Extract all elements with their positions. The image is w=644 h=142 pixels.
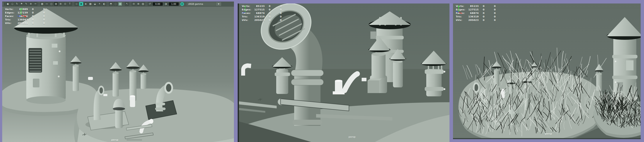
hud-stat-value: 85133	[466, 5, 478, 8]
hud-stat-value: 0	[478, 8, 489, 11]
hud-stat-value: 0	[275, 19, 287, 22]
toolbar-separator	[38, 2, 39, 6]
hud-stat-value: 0	[275, 12, 287, 15]
shadows-toggle-icon[interactable]: ◐	[102, 2, 106, 6]
isolate-select-icon[interactable]: ▥	[118, 2, 122, 6]
hud-stat-value: 0	[478, 12, 489, 15]
hud-stat-label: Faces:	[2, 15, 16, 18]
scene-left[interactable]	[2, 6, 234, 142]
viewport-panel-center: Verts:8513300Edges:12751500Faces:6887400…	[238, 3, 450, 142]
color-managed-icon[interactable]	[180, 2, 184, 6]
toolbar-separator	[130, 2, 130, 6]
hud-stat-value: 136043	[16, 19, 28, 21]
viewport-canvas-right[interactable]: Verts:8513300Edges:12751500Faces:6887400…	[453, 3, 641, 138]
view-transform-value: sRGB gamma	[186, 3, 216, 5]
hud-stat-label: Verts:	[2, 8, 16, 11]
hud-stat-value: 0	[478, 19, 489, 22]
hud-stat-label: Tris:	[239, 15, 252, 18]
hud-stat-value: 0	[264, 19, 275, 22]
view-bookmark-icon[interactable]: ⚑	[20, 2, 24, 6]
hud-stat-value: 136319	[466, 15, 478, 18]
hud-stat-value: 205023	[252, 19, 264, 22]
pvc-cylinder[interactable]	[130, 95, 135, 107]
hud-stat-value: 127515	[252, 8, 264, 11]
gamma-field[interactable]: 1.00	[169, 2, 179, 6]
screen-space-ao-icon[interactable]: ◓	[109, 2, 113, 6]
hud-stat-value: 0	[489, 5, 501, 8]
camera-orbit-icon[interactable]: ↻	[15, 2, 19, 6]
hud-stat-value: 0	[489, 12, 501, 15]
hud-stat-value: 0	[38, 8, 50, 11]
selection-highlight-icon[interactable]: ↖	[125, 2, 129, 6]
toolbar-separator	[146, 2, 146, 6]
lighting-toggle-icon[interactable]: ☀	[98, 2, 102, 6]
hud-stat-value: 0	[264, 15, 275, 18]
hud-stat-value: 0	[264, 5, 275, 8]
use-default-material-icon[interactable]: ◒	[93, 2, 97, 6]
viewport-canvas-center[interactable]: Verts:8513300Edges:12751500Faces:6887400…	[239, 3, 450, 142]
hud-stat-value: 127515	[466, 8, 478, 11]
textured-shade-icon[interactable]: ▩	[88, 2, 92, 6]
axis-gizmo: y x z	[17, 6, 28, 17]
exposure-field[interactable]: 0.00	[153, 2, 163, 6]
toolbar-drag-handle[interactable]	[3, 2, 4, 5]
hud-stat-value: 68874	[466, 12, 478, 15]
exposure-icon[interactable]: ↺	[148, 2, 152, 6]
hud-stat-value: 0	[28, 8, 38, 11]
hud-stat-label: Edges:	[2, 11, 16, 14]
viewport-canvas-left[interactable]: Verts:8498900Edges:12723900Faces:6873600…	[2, 6, 234, 142]
safe-action-icon[interactable]: ⊡	[63, 2, 67, 6]
hud-stat-label: Tris:	[453, 15, 466, 18]
pan-zoom-icon[interactable]: ⊕	[29, 2, 33, 6]
hud-stat-value: 205023	[466, 19, 478, 22]
annotate-pencil-icon[interactable]: ✑	[33, 2, 38, 6]
wireframe-shade-icon[interactable]: ◇	[74, 2, 79, 6]
hud-stat-value: 0	[28, 22, 38, 25]
camera-name-label: persp	[111, 139, 118, 141]
view-transform-dropdown[interactable]: sRGB gamma ▼	[186, 2, 222, 6]
field-chart-icon[interactable]: ⊞	[58, 2, 63, 6]
svg-text:y: y	[22, 8, 23, 10]
camera-lock-icon[interactable]: ◻	[10, 2, 14, 6]
grease-pencil-icon[interactable]: ✎	[24, 2, 28, 6]
chevron-down-icon: ▼	[216, 2, 221, 6]
hud-stat-value: 0	[489, 15, 501, 18]
camera-name-label: persp	[545, 133, 552, 135]
snapshot-paste-icon[interactable]: ⊠	[136, 2, 140, 6]
snapshot-copy-icon[interactable]: ⊟	[132, 2, 136, 6]
hud-stat-label: UVs:	[2, 22, 16, 25]
hud-stat-value: 0	[275, 8, 287, 11]
viewport-toolbar: ◼◻↻⚑✎⊕✑▦▭◫▣⊞⊡T◇◆◈▩◒☀◐◓◌▥↖⊟⊠▨ ↺ 0.00 ◑ 1.…	[2, 1, 234, 6]
gate-mask-icon[interactable]: ▣	[54, 2, 58, 6]
hud-stat-value: 0	[489, 8, 501, 11]
toolbar-separator	[107, 2, 108, 6]
select-camera-icon[interactable]: ◼	[6, 2, 10, 6]
scene-right[interactable]	[453, 3, 641, 138]
hud-stat-value: 0	[264, 12, 275, 15]
hud-stat-value: 68874	[252, 12, 264, 15]
hud-stat-value: 0	[28, 19, 38, 21]
maya-three-viewport-screenshot: { "toolbar": { "exposure_value": "0.00",…	[0, 0, 644, 142]
viewport-image-icon[interactable]: ▨	[141, 2, 145, 6]
contrast-icon[interactable]: ◑	[164, 2, 168, 6]
grid-toggle-icon[interactable]: ▦	[40, 2, 44, 6]
hud-stat-value: 0	[38, 15, 50, 18]
wireframe-on-shaded-icon[interactable]: ◈	[84, 2, 88, 6]
safe-title-icon[interactable]: T	[68, 2, 72, 6]
hud-stat-value: 0	[489, 19, 501, 22]
resolution-gate-icon[interactable]: ◫	[49, 2, 54, 6]
hud-stat-label: UVs:	[453, 19, 466, 22]
toolbar-icon-groups: ◼◻↻⚑✎⊕✑▦▭◫▣⊞⊡T◇◆◈▩◒☀◐◓◌▥↖⊟⊠▨	[6, 2, 145, 6]
motion-blur-icon[interactable]: ◌	[114, 2, 118, 6]
hud-stat-value: 85133	[252, 5, 264, 8]
scene-center[interactable]	[239, 3, 450, 142]
film-gate-icon[interactable]: ▭	[45, 2, 49, 6]
hud-stat-value: 0	[264, 8, 275, 11]
axis-gizmo	[454, 3, 465, 14]
smooth-shade-icon[interactable]: ◆	[79, 2, 83, 6]
toolbar-separator	[123, 2, 124, 6]
toolbar-separator	[73, 2, 74, 6]
hud-stat-value: 0	[38, 11, 50, 14]
hud-stat-value: 0	[28, 15, 38, 18]
hud-stat-value: 0	[478, 15, 489, 18]
